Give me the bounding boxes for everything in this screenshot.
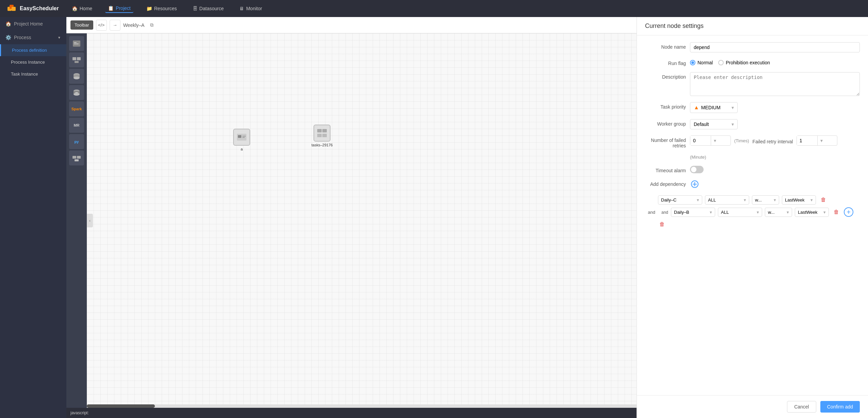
- tool-python[interactable]: py: [69, 134, 84, 149]
- cancel-button[interactable]: Cancel: [787, 401, 816, 413]
- add-dependency-row: Add dependency: [645, 179, 860, 189]
- retry-interval-dropdown[interactable]: ▾: [797, 135, 837, 146]
- retry-interval-input[interactable]: [797, 136, 817, 145]
- sidebar-process-section[interactable]: ⚙️ Process ▼: [0, 31, 66, 44]
- toolbar-bar: Toolbar </> → Weekly–A ⧉: [66, 17, 637, 33]
- worker-group-row: Worker group Default ▾: [645, 119, 860, 129]
- failed-retries-arrow[interactable]: ▾: [711, 136, 719, 145]
- chevron-down-icon: ▾: [744, 197, 746, 203]
- canvas-area[interactable]: Spark MR py: [66, 33, 637, 408]
- tool-mr[interactable]: [69, 52, 84, 67]
- dep-row-1-label: and: [658, 210, 668, 215]
- arrow-button[interactable]: →: [110, 20, 120, 31]
- dep-period-1[interactable]: w... ▾: [765, 208, 792, 217]
- nav-resources[interactable]: 📁 Resources: [144, 4, 180, 13]
- chevron-down-icon: ▾: [697, 197, 699, 203]
- description-input[interactable]: [690, 72, 860, 96]
- node-a[interactable]: a: [233, 129, 250, 151]
- priority-up-icon: ▲: [694, 104, 699, 111]
- app-logo: EasyScheduler: [7, 3, 59, 14]
- dep-add-row-button[interactable]: +: [844, 207, 853, 217]
- collapse-sidebar-button[interactable]: ‹: [87, 214, 93, 227]
- timeout-alarm-label: Timeout alarm: [645, 166, 686, 173]
- task-priority-label: Task priority: [645, 102, 686, 110]
- resources-icon: 📁: [146, 6, 152, 11]
- node-a-icon: [233, 129, 250, 146]
- canvas-wrapper: Toolbar </> → Weekly–A ⧉: [66, 17, 637, 418]
- sidebar-item-process-definition[interactable]: Process definition: [0, 44, 66, 56]
- dep-process-0[interactable]: Daily–C ▾: [658, 195, 702, 205]
- tool-shell[interactable]: [69, 36, 84, 51]
- timeout-alarm-toggle[interactable]: [690, 166, 704, 173]
- tool-mr2[interactable]: MR: [69, 118, 84, 133]
- run-flag-normal[interactable]: Normal: [690, 60, 713, 65]
- failed-retries-input[interactable]: [690, 136, 711, 145]
- run-flag-label: Run flag: [645, 59, 686, 66]
- failed-retries-label: Number of failed retries: [645, 135, 686, 148]
- panel-title: Current node settings: [645, 22, 704, 29]
- code-view-button[interactable]: </>: [96, 20, 107, 31]
- chevron-down-icon: ▾: [710, 210, 712, 215]
- svg-rect-15: [75, 92, 78, 93]
- radio-prohibition-dot: [718, 60, 724, 65]
- tool-db1[interactable]: [69, 69, 84, 84]
- tool-depend[interactable]: [69, 150, 84, 165]
- nav-project[interactable]: 📋 Project: [105, 4, 133, 13]
- chevron-down-icon: ▾: [787, 210, 789, 215]
- svg-rect-8: [75, 61, 79, 63]
- nav-home[interactable]: 🏠 Home: [69, 4, 95, 13]
- svg-rect-26: [322, 134, 327, 137]
- dep-delete-0[interactable]: 🗑: [819, 195, 828, 205]
- chevron-down-icon: ▾: [732, 105, 734, 110]
- dep-delete-group-button[interactable]: 🗑: [657, 220, 667, 229]
- worker-group-dropdown[interactable]: Default ▾: [690, 119, 738, 129]
- task-priority-row: Task priority ▲ MEDIUM ▾: [645, 102, 860, 113]
- dep-task-1[interactable]: ALL ▾: [718, 208, 762, 217]
- dep-row-1-group: and and Daily–B ▾: [645, 207, 860, 217]
- node-tasks[interactable]: tasks–29176: [311, 125, 333, 147]
- project-icon: 📋: [108, 5, 114, 11]
- nav-datasource[interactable]: 🗄 Datasource: [190, 4, 227, 13]
- svg-rect-5: [74, 44, 79, 44]
- chevron-down-icon: ▼: [58, 36, 61, 39]
- failed-retries-dropdown[interactable]: ▾: [690, 135, 731, 146]
- timeout-alarm-row: Timeout alarm: [645, 166, 860, 173]
- canvas-scrollbar-thumb[interactable]: [87, 404, 155, 408]
- dep-process-1[interactable]: Daily–B ▾: [671, 208, 715, 217]
- dep-time-0[interactable]: LastWeek ▾: [782, 195, 816, 205]
- minute-row: (Minute): [645, 155, 860, 160]
- dep-time-1[interactable]: LastWeek ▾: [795, 208, 829, 217]
- retry-interval-arrow[interactable]: ▾: [817, 136, 825, 145]
- failed-retries-unit: (Times): [734, 138, 749, 143]
- node-name-input[interactable]: [690, 42, 860, 52]
- task-priority-dropdown[interactable]: ▲ MEDIUM ▾: [690, 102, 738, 113]
- worker-group-value: Default: [694, 122, 709, 127]
- svg-rect-4: [74, 42, 77, 43]
- panel-header: Current node settings: [637, 17, 868, 35]
- svg-rect-20: [238, 135, 241, 138]
- right-panel: Current node settings Node name Run flag…: [637, 17, 868, 418]
- dependency-section: Daily–C ▾ ALL ▾ w... ▾ LastWeek: [645, 195, 860, 229]
- description-row: Description: [645, 72, 860, 96]
- canvas-tools: Spark MR py: [66, 33, 87, 408]
- copy-icon[interactable]: ⧉: [147, 20, 157, 30]
- sidebar-item-task-instance[interactable]: Task Instance: [0, 68, 66, 80]
- add-dependency-button[interactable]: [690, 179, 700, 189]
- run-flag-prohibition[interactable]: Prohibition execution: [718, 60, 770, 65]
- dep-delete-1[interactable]: 🗑: [832, 207, 841, 217]
- breadcrumb-name: Weekly–A: [123, 22, 145, 28]
- tool-spark[interactable]: Spark: [69, 101, 84, 116]
- node-a-label: a: [241, 147, 243, 151]
- toolbar-label: Toolbar: [70, 20, 93, 30]
- sidebar-project-home[interactable]: 🏠 Project Home: [0, 17, 66, 31]
- nav-monitor[interactable]: 🖥 Monitor: [237, 4, 265, 13]
- confirm-button[interactable]: Confirm add: [820, 401, 860, 413]
- dep-period-0[interactable]: w... ▾: [752, 195, 779, 205]
- node-name-label: Node name: [645, 42, 686, 50]
- failed-retry-interval-label: Failed retry interval: [753, 137, 793, 144]
- canvas-scrollbar[interactable]: [87, 404, 637, 408]
- sidebar-item-process-instance[interactable]: Process Instance: [0, 56, 66, 68]
- svg-rect-21: [242, 136, 246, 136]
- tool-db2[interactable]: [69, 85, 84, 100]
- dep-task-0[interactable]: ALL ▾: [705, 195, 749, 205]
